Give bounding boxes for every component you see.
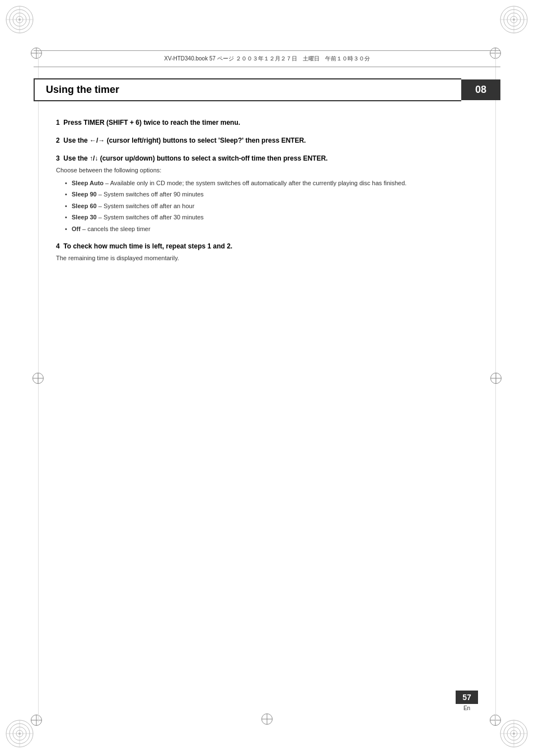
list-item-sleep-auto: Sleep Auto – Available only in CD mode; … <box>65 179 478 188</box>
chapter-title-box: Using the timer <box>34 78 461 101</box>
sleep-auto-label: Sleep Auto <box>72 180 104 186</box>
list-item-sleep-30: Sleep 30 – System switches off after 30 … <box>65 213 478 222</box>
page-container: XV-HTD340.book 57 ページ ２００３年１２月２７日 土曜日 午前… <box>0 0 534 756</box>
sleep-60-desc: – System switches off after an hour <box>99 203 195 209</box>
step-1-heading: 1 Press TIMER (SHIFT + 6) twice to reach… <box>56 118 478 128</box>
list-item-sleep-60: Sleep 60 – System switches off after an … <box>65 201 478 211</box>
chapter-number: 08 <box>475 84 486 96</box>
reg-mark-mid-right <box>490 373 502 384</box>
step-3: 3 Use the ↑/↓ (cursor up/down) buttons t… <box>56 153 478 233</box>
sleep-60-label: Sleep 60 <box>72 203 97 209</box>
page-lang: En <box>463 705 470 711</box>
content-area: 1 Press TIMER (SHIFT + 6) twice to reach… <box>56 118 478 689</box>
chapter-number-box: 08 <box>461 79 500 100</box>
step-4-body: The remaining time is displayed momentar… <box>56 253 478 263</box>
list-item-off: Off – cancels the sleep timer <box>65 224 478 234</box>
corner-spiral-top-right <box>499 4 530 37</box>
off-desc: – cancels the sleep timer <box>82 226 151 232</box>
step-4-heading: 4 To check how much time is left, repeat… <box>56 241 478 251</box>
page-number: 57 <box>456 691 478 704</box>
step-4: 4 To check how much time is left, repeat… <box>56 241 478 263</box>
sleep-90-desc: – System switches off after 90 minutes <box>99 191 204 198</box>
corner-spiral-bottom-right <box>499 719 530 752</box>
side-line-left <box>38 50 39 722</box>
reg-mark-inner-bl <box>31 715 44 728</box>
step-2: 2 Use the ←/→ (cursor left/right) button… <box>56 135 478 145</box>
sleep-30-desc: – System switches off after 30 minutes <box>99 214 204 220</box>
corner-spiral-top-left <box>4 4 35 37</box>
sleep-90-label: Sleep 90 <box>72 191 97 198</box>
step-1: 1 Press TIMER (SHIFT + 6) twice to reach… <box>56 118 478 128</box>
sleep-30-label: Sleep 30 <box>72 214 97 220</box>
header-bar: XV-HTD340.book 57 ページ ２００３年１２月２７日 土曜日 午前… <box>34 50 500 67</box>
list-item-sleep-90: Sleep 90 – System switches off after 90 … <box>65 190 478 199</box>
chapter-title: Using the timer <box>46 84 119 96</box>
step-2-heading: 2 Use the ←/→ (cursor left/right) button… <box>56 135 478 145</box>
reg-mark-inner-br <box>490 715 503 728</box>
off-label: Off <box>72 226 81 232</box>
bullet-options-list: Sleep Auto – Available only in CD mode; … <box>56 179 478 234</box>
chapter-header: Using the timer 08 <box>34 78 500 101</box>
sleep-auto-desc: – Available only in CD mode; the system … <box>105 180 406 186</box>
side-line-right <box>495 50 496 722</box>
header-text: XV-HTD340.book 57 ページ ２００３年１２月２７日 土曜日 午前… <box>164 55 369 63</box>
bottom-area: 57 En <box>456 691 478 711</box>
step-3-heading: 3 Use the ↑/↓ (cursor up/down) buttons t… <box>56 153 478 163</box>
step-3-body: Choose between the following options: <box>56 166 478 175</box>
reg-mark-mid-left <box>32 373 44 384</box>
reg-mark-bottom-center <box>261 713 273 725</box>
